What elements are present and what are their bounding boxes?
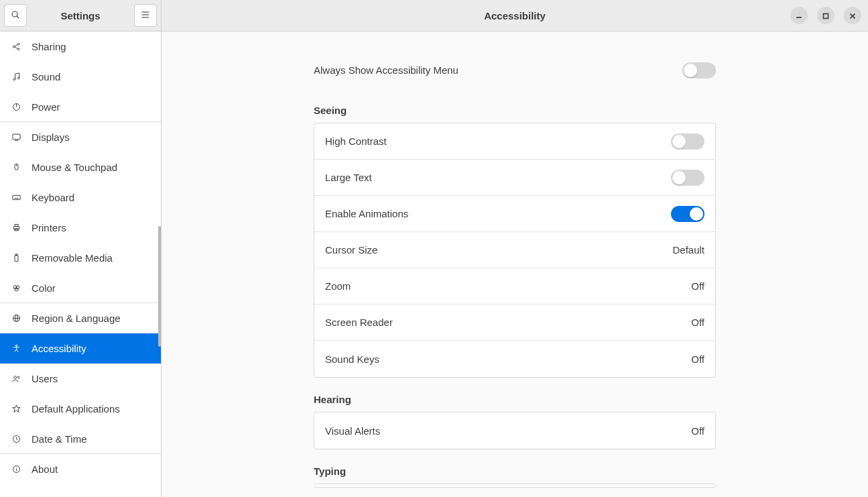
sidebar-item-label: Default Applications xyxy=(32,403,120,415)
svg-point-39 xyxy=(13,376,16,379)
svg-point-0 xyxy=(12,11,17,17)
hamburger-menu-button[interactable] xyxy=(134,4,157,27)
toggle-high-contrast[interactable] xyxy=(671,133,704,150)
sidebar-item-label: Sound xyxy=(32,71,60,82)
svg-marker-41 xyxy=(12,405,19,412)
sidebar-item-sound[interactable]: Sound xyxy=(0,62,161,92)
row-sound-keys[interactable]: Sound Keys Off xyxy=(314,341,715,377)
svg-point-10 xyxy=(13,78,15,80)
main-panel: Accessibility Always Show Accessibility … xyxy=(162,0,868,497)
section-title-seeing: Seeing xyxy=(314,105,716,116)
svg-line-9 xyxy=(15,47,17,49)
sidebar-scrollbar-thumb[interactable] xyxy=(158,226,161,347)
svg-line-44 xyxy=(16,439,17,439)
svg-rect-24 xyxy=(15,225,18,227)
row-always-show-accessibility-menu: Always Show Accessibility Menu xyxy=(314,52,716,89)
svg-line-37 xyxy=(15,349,17,352)
panel-hearing: Visual Alerts Off xyxy=(314,412,716,449)
color-icon xyxy=(10,283,22,293)
display-icon xyxy=(10,132,22,142)
toggle-large-text[interactable] xyxy=(671,170,704,186)
sidebar-item-region-language[interactable]: Region & Language xyxy=(0,303,161,333)
sidebar-scrollbar-track[interactable] xyxy=(158,32,161,497)
row-zoom[interactable]: Zoom Off xyxy=(314,268,715,305)
row-value: Off xyxy=(691,425,704,437)
sidebar-item-label: Accessibility xyxy=(32,343,86,354)
content-column: Always Show Accessibility Menu Seeing Hi… xyxy=(314,52,716,488)
share-icon xyxy=(10,42,22,52)
usb-icon xyxy=(10,253,22,263)
svg-point-40 xyxy=(17,376,19,378)
panel-typing xyxy=(314,484,716,488)
sidebar-item-about[interactable]: About xyxy=(0,454,161,484)
sidebar-nav-list: Sharing Sound Power Displays Mouse & Tou… xyxy=(0,32,161,497)
row-screen-reader[interactable]: Screen Reader Off xyxy=(314,305,715,341)
window-controls xyxy=(790,0,861,31)
svg-point-11 xyxy=(17,77,19,79)
svg-point-5 xyxy=(13,46,15,48)
svg-rect-49 xyxy=(824,13,828,18)
sidebar-item-label: Date & Time xyxy=(32,433,87,445)
row-large-text[interactable]: Large Text xyxy=(314,160,715,196)
sidebar-item-printers[interactable]: Printers xyxy=(0,213,161,243)
row-label: Enable Animations xyxy=(325,208,408,219)
clock-icon xyxy=(10,434,22,444)
sidebar-item-sharing[interactable]: Sharing xyxy=(0,32,161,62)
section-title-hearing: Hearing xyxy=(314,394,716,405)
svg-rect-26 xyxy=(15,256,18,262)
content-scroll-area[interactable]: Always Show Accessibility Menu Seeing Hi… xyxy=(162,32,868,497)
window-minimize-button[interactable] xyxy=(790,7,808,24)
star-icon xyxy=(10,404,22,414)
svg-line-38 xyxy=(16,349,18,352)
sidebar-item-label: Keyboard xyxy=(32,192,74,203)
sidebar-item-label: Mouse & Touchpad xyxy=(32,162,117,173)
sidebar-item-displays[interactable]: Displays xyxy=(0,122,161,152)
sidebar-item-power[interactable]: Power xyxy=(0,92,161,122)
sidebar-item-keyboard[interactable]: Keyboard xyxy=(0,182,161,213)
svg-rect-18 xyxy=(12,195,19,199)
search-button[interactable] xyxy=(4,4,27,27)
svg-point-7 xyxy=(17,48,19,50)
sidebar-item-label: Removable Media xyxy=(32,252,113,264)
sidebar-item-label: About xyxy=(32,463,58,475)
maximize-icon xyxy=(822,10,829,21)
search-icon xyxy=(10,9,21,22)
page-title: Accessibility xyxy=(168,10,861,21)
svg-line-8 xyxy=(15,44,17,46)
mouse-icon xyxy=(10,162,22,172)
sidebar-item-label: Printers xyxy=(32,222,66,233)
svg-point-6 xyxy=(17,43,19,45)
row-visual-alerts[interactable]: Visual Alerts Off xyxy=(314,412,715,449)
sidebar-item-users[interactable]: Users xyxy=(0,364,161,394)
row-label: Cursor Size xyxy=(325,244,377,256)
toggle-enable-animations[interactable] xyxy=(671,206,704,222)
sidebar-item-mouse-touchpad[interactable]: Mouse & Touchpad xyxy=(0,152,161,182)
sidebar-item-date-time[interactable]: Date & Time xyxy=(0,424,161,454)
sidebar-item-color[interactable]: Color xyxy=(0,273,161,303)
sidebar-item-accessibility[interactable]: Accessibility xyxy=(0,333,161,364)
sidebar-item-default-applications[interactable]: Default Applications xyxy=(0,394,161,424)
row-value: Default xyxy=(672,244,704,256)
globe-icon xyxy=(10,313,22,323)
sidebar-item-label: Power xyxy=(32,101,60,113)
svg-rect-14 xyxy=(12,134,19,140)
row-high-contrast[interactable]: High Contrast xyxy=(314,123,715,160)
panel-seeing: High Contrast Large Text Enable Animatio… xyxy=(314,123,716,378)
sidebar-item-removable-media[interactable]: Removable Media xyxy=(0,243,161,273)
row-label: Large Text xyxy=(325,172,372,183)
toggle-always-show-accessibility-menu[interactable] xyxy=(682,62,716,78)
row-label: Screen Reader xyxy=(325,317,393,328)
hamburger-icon xyxy=(140,9,151,22)
row-label: Zoom xyxy=(325,280,351,292)
row-label: Visual Alerts xyxy=(325,425,380,437)
row-label: Sound Keys xyxy=(325,353,379,365)
row-enable-animations[interactable]: Enable Animations xyxy=(314,196,715,232)
music-note-icon xyxy=(10,72,22,82)
section-title-typing: Typing xyxy=(314,465,716,477)
window-close-button[interactable] xyxy=(844,7,861,24)
svg-rect-23 xyxy=(13,227,19,229)
row-cursor-size[interactable]: Cursor Size Default xyxy=(314,232,715,268)
minimize-icon xyxy=(796,10,802,21)
accessibility-icon xyxy=(10,343,22,353)
window-maximize-button[interactable] xyxy=(817,7,834,24)
